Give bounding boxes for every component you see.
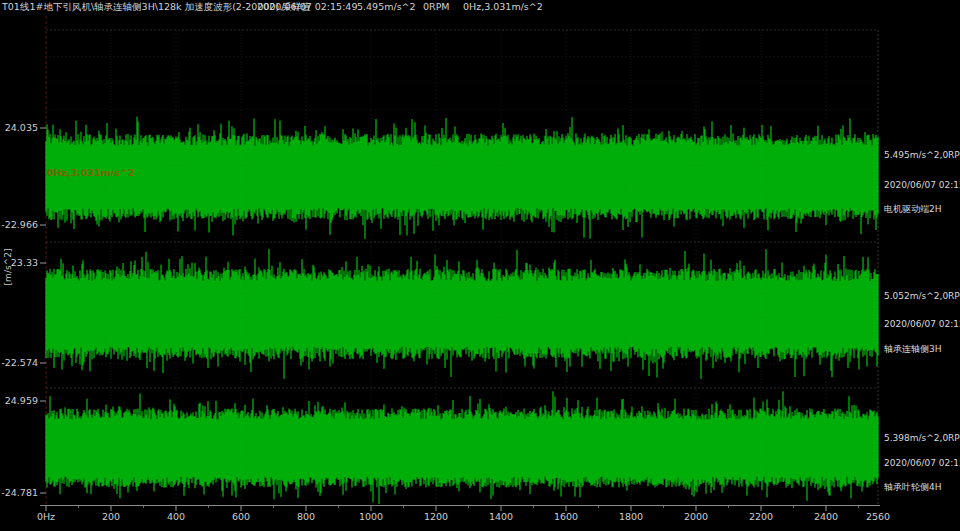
panel-1-channel-label: 电机驱动端2H [884, 203, 960, 216]
x-tick-label: 1200 [412, 511, 460, 522]
y-tick-label: 24.035 [0, 122, 38, 133]
waveform-plot-canvas[interactable] [0, 0, 960, 531]
x-tick-label: 2560 [854, 511, 902, 522]
x-tick-label: 600 [217, 511, 265, 522]
vibration-waveform-screen: T01线1#地下引风机\轴承连轴侧3H\128k 加速度波形(2-20000).… [0, 0, 960, 531]
panel-1-timestamp-label: 2020/06/07 02:15:49 [884, 180, 960, 190]
x-tick-label: 0Hz [22, 511, 70, 522]
waveform-trace [46, 391, 878, 504]
cursor-readout-overlay: 0Hz,3.031m/s^2 [47, 167, 134, 178]
y-tick-label: -22.966 [0, 219, 38, 230]
waveform-trace [46, 117, 878, 239]
x-tick-label: 1600 [542, 511, 590, 522]
panel-1-peak-label: 5.495m/s^2,0RPM [884, 150, 960, 160]
x-tick-label: 2400 [802, 511, 850, 522]
y-tick-label: 23.33 [0, 257, 38, 268]
panel-3-channel-label: 轴承叶轮侧4H [884, 481, 960, 494]
x-tick-label: 1400 [477, 511, 525, 522]
panel-2-timestamp-label: 2020/06/07 02:15:49 [884, 319, 960, 329]
panel-2-peak-label: 5.052m/s^2,0RPM [884, 291, 960, 301]
x-tick-label: 1000 [347, 511, 395, 522]
panel-2-channel-label: 轴承连轴侧3H [884, 343, 960, 356]
y-tick-label: 24.959 [0, 395, 38, 406]
x-tick-label: 2200 [737, 511, 785, 522]
x-tick-label: 2000 [672, 511, 720, 522]
panel-3-timestamp-label: 2020/06/07 02:15:49 [884, 458, 960, 468]
x-tick-label: 200 [87, 511, 135, 522]
x-tick-label: 1800 [607, 511, 655, 522]
y-tick-label: -22.574 [0, 357, 38, 368]
y-tick-label: -24.781 [0, 487, 38, 498]
waveform-trace [46, 249, 878, 379]
x-tick-label: 400 [152, 511, 200, 522]
panel-3-peak-label: 5.398m/s^2,0RPM [884, 433, 960, 443]
x-tick-label: 800 [282, 511, 330, 522]
